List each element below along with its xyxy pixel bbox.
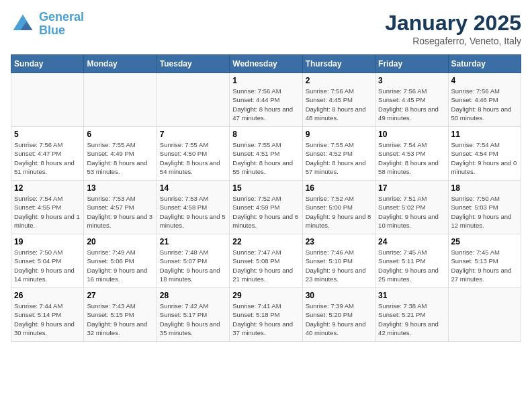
day-info: Sunrise: 7:55 AM Sunset: 4:50 PM Dayligh… xyxy=(160,140,226,176)
day-number: 29 xyxy=(232,291,299,300)
weekday-header-row: SundayMondayTuesdayWednesdayThursdayFrid… xyxy=(11,55,521,73)
day-info: Sunrise: 7:54 AM Sunset: 4:53 PM Dayligh… xyxy=(378,140,445,176)
calendar-cell: 2Sunrise: 7:56 AM Sunset: 4:45 PM Daylig… xyxy=(302,73,375,127)
day-info: Sunrise: 7:48 AM Sunset: 5:07 PM Dayligh… xyxy=(160,248,226,283)
day-info: Sunrise: 7:54 AM Sunset: 4:54 PM Dayligh… xyxy=(451,140,518,176)
calendar-cell: 15Sunrise: 7:52 AM Sunset: 4:59 PM Dayli… xyxy=(230,181,302,234)
calendar-cell: 11Sunrise: 7:54 AM Sunset: 4:54 PM Dayli… xyxy=(448,127,521,181)
day-info: Sunrise: 7:41 AM Sunset: 5:18 PM Dayligh… xyxy=(232,302,299,337)
calendar-cell: 5Sunrise: 7:56 AM Sunset: 4:47 PM Daylig… xyxy=(11,127,84,181)
day-number: 30 xyxy=(306,291,372,300)
day-number: 12 xyxy=(14,183,81,193)
calendar-cell: 28Sunrise: 7:42 AM Sunset: 5:17 PM Dayli… xyxy=(157,288,229,342)
day-info: Sunrise: 7:55 AM Sunset: 4:51 PM Dayligh… xyxy=(232,140,299,176)
calendar-cell: 31Sunrise: 7:38 AM Sunset: 5:21 PM Dayli… xyxy=(375,288,448,342)
day-info: Sunrise: 7:56 AM Sunset: 4:47 PM Dayligh… xyxy=(14,140,81,176)
calendar-week-row: 26Sunrise: 7:44 AM Sunset: 5:14 PM Dayli… xyxy=(11,288,521,342)
day-number: 17 xyxy=(378,183,445,193)
day-number: 21 xyxy=(160,237,226,246)
day-info: Sunrise: 7:54 AM Sunset: 4:55 PM Dayligh… xyxy=(14,194,81,230)
calendar-cell: 9Sunrise: 7:55 AM Sunset: 4:52 PM Daylig… xyxy=(302,127,375,181)
calendar-cell: 12Sunrise: 7:54 AM Sunset: 4:55 PM Dayli… xyxy=(11,181,84,234)
calendar-cell xyxy=(11,73,84,127)
title-section: January 2025 Rosegaferro, Veneto, Italy xyxy=(385,11,521,46)
day-number: 14 xyxy=(160,183,226,193)
calendar-cell: 29Sunrise: 7:41 AM Sunset: 5:18 PM Dayli… xyxy=(230,288,302,342)
calendar-cell: 20Sunrise: 7:49 AM Sunset: 5:06 PM Dayli… xyxy=(84,234,157,288)
calendar-cell: 21Sunrise: 7:48 AM Sunset: 5:07 PM Dayli… xyxy=(157,234,229,288)
calendar-cell: 14Sunrise: 7:53 AM Sunset: 4:58 PM Dayli… xyxy=(157,181,229,234)
day-number: 11 xyxy=(451,130,518,139)
day-info: Sunrise: 7:39 AM Sunset: 5:20 PM Dayligh… xyxy=(306,302,372,337)
logo: General Blue xyxy=(11,11,84,38)
day-info: Sunrise: 7:49 AM Sunset: 5:06 PM Dayligh… xyxy=(87,248,153,283)
day-info: Sunrise: 7:44 AM Sunset: 5:14 PM Dayligh… xyxy=(14,302,81,337)
day-number: 6 xyxy=(87,130,153,139)
calendar-cell: 8Sunrise: 7:55 AM Sunset: 4:51 PM Daylig… xyxy=(230,127,302,181)
day-info: Sunrise: 7:55 AM Sunset: 4:49 PM Dayligh… xyxy=(87,140,153,176)
day-number: 8 xyxy=(232,130,299,139)
day-number: 2 xyxy=(306,76,372,85)
calendar-table: SundayMondayTuesdayWednesdayThursdayFrid… xyxy=(11,54,521,342)
calendar-week-row: 12Sunrise: 7:54 AM Sunset: 4:55 PM Dayli… xyxy=(11,181,521,234)
calendar-cell: 7Sunrise: 7:55 AM Sunset: 4:50 PM Daylig… xyxy=(157,127,229,181)
day-number: 27 xyxy=(87,291,153,300)
day-number: 25 xyxy=(451,237,518,246)
day-info: Sunrise: 7:50 AM Sunset: 5:03 PM Dayligh… xyxy=(451,194,518,230)
logo-icon xyxy=(11,12,35,36)
day-number: 5 xyxy=(14,130,81,139)
calendar-cell: 3Sunrise: 7:56 AM Sunset: 4:45 PM Daylig… xyxy=(375,73,448,127)
logo-text: General Blue xyxy=(39,11,84,38)
day-info: Sunrise: 7:52 AM Sunset: 4:59 PM Dayligh… xyxy=(232,194,299,230)
calendar-cell: 18Sunrise: 7:50 AM Sunset: 5:03 PM Dayli… xyxy=(448,181,521,234)
weekday-header: Sunday xyxy=(11,55,84,73)
day-number: 20 xyxy=(87,237,153,246)
calendar-cell xyxy=(448,288,521,342)
day-info: Sunrise: 7:42 AM Sunset: 5:17 PM Dayligh… xyxy=(160,302,226,337)
page-header: General Blue January 2025 Rosegaferro, V… xyxy=(11,11,521,46)
day-number: 26 xyxy=(14,291,81,300)
day-info: Sunrise: 7:56 AM Sunset: 4:44 PM Dayligh… xyxy=(232,87,299,122)
calendar-cell: 6Sunrise: 7:55 AM Sunset: 4:49 PM Daylig… xyxy=(84,127,157,181)
day-number: 3 xyxy=(378,76,445,85)
calendar-cell: 26Sunrise: 7:44 AM Sunset: 5:14 PM Dayli… xyxy=(11,288,84,342)
day-info: Sunrise: 7:47 AM Sunset: 5:08 PM Dayligh… xyxy=(232,248,299,283)
weekday-header: Saturday xyxy=(448,55,521,73)
day-info: Sunrise: 7:38 AM Sunset: 5:21 PM Dayligh… xyxy=(378,302,445,337)
day-number: 22 xyxy=(232,237,299,246)
day-number: 18 xyxy=(451,183,518,193)
day-number: 15 xyxy=(232,183,299,193)
calendar-cell: 22Sunrise: 7:47 AM Sunset: 5:08 PM Dayli… xyxy=(230,234,302,288)
calendar-cell: 19Sunrise: 7:50 AM Sunset: 5:04 PM Dayli… xyxy=(11,234,84,288)
day-info: Sunrise: 7:52 AM Sunset: 5:00 PM Dayligh… xyxy=(306,194,372,230)
day-info: Sunrise: 7:51 AM Sunset: 5:02 PM Dayligh… xyxy=(378,194,445,230)
day-info: Sunrise: 7:43 AM Sunset: 5:15 PM Dayligh… xyxy=(87,302,153,337)
day-number: 10 xyxy=(378,130,445,139)
calendar-cell: 1Sunrise: 7:56 AM Sunset: 4:44 PM Daylig… xyxy=(230,73,302,127)
day-info: Sunrise: 7:45 AM Sunset: 5:13 PM Dayligh… xyxy=(451,248,518,283)
weekday-header: Wednesday xyxy=(230,55,302,73)
weekday-header: Monday xyxy=(84,55,157,73)
calendar-cell: 13Sunrise: 7:53 AM Sunset: 4:57 PM Dayli… xyxy=(84,181,157,234)
day-number: 28 xyxy=(160,291,226,300)
day-number: 19 xyxy=(14,237,81,246)
calendar-cell: 17Sunrise: 7:51 AM Sunset: 5:02 PM Dayli… xyxy=(375,181,448,234)
calendar-title: January 2025 xyxy=(385,11,521,36)
calendar-cell: 30Sunrise: 7:39 AM Sunset: 5:20 PM Dayli… xyxy=(302,288,375,342)
calendar-subtitle: Rosegaferro, Veneto, Italy xyxy=(385,36,521,46)
calendar-cell xyxy=(84,73,157,127)
calendar-cell: 16Sunrise: 7:52 AM Sunset: 5:00 PM Dayli… xyxy=(302,181,375,234)
calendar-cell: 24Sunrise: 7:45 AM Sunset: 5:11 PM Dayli… xyxy=(375,234,448,288)
day-info: Sunrise: 7:46 AM Sunset: 5:10 PM Dayligh… xyxy=(306,248,372,283)
day-info: Sunrise: 7:45 AM Sunset: 5:11 PM Dayligh… xyxy=(378,248,445,283)
calendar-cell: 23Sunrise: 7:46 AM Sunset: 5:10 PM Dayli… xyxy=(302,234,375,288)
day-info: Sunrise: 7:56 AM Sunset: 4:45 PM Dayligh… xyxy=(306,87,372,122)
weekday-header: Tuesday xyxy=(157,55,229,73)
calendar-week-row: 5Sunrise: 7:56 AM Sunset: 4:47 PM Daylig… xyxy=(11,127,521,181)
calendar-week-row: 19Sunrise: 7:50 AM Sunset: 5:04 PM Dayli… xyxy=(11,234,521,288)
weekday-header: Friday xyxy=(375,55,448,73)
day-info: Sunrise: 7:53 AM Sunset: 4:58 PM Dayligh… xyxy=(160,194,226,230)
calendar-cell: 25Sunrise: 7:45 AM Sunset: 5:13 PM Dayli… xyxy=(448,234,521,288)
calendar-week-row: 1Sunrise: 7:56 AM Sunset: 4:44 PM Daylig… xyxy=(11,73,521,127)
day-info: Sunrise: 7:56 AM Sunset: 4:46 PM Dayligh… xyxy=(451,87,518,122)
